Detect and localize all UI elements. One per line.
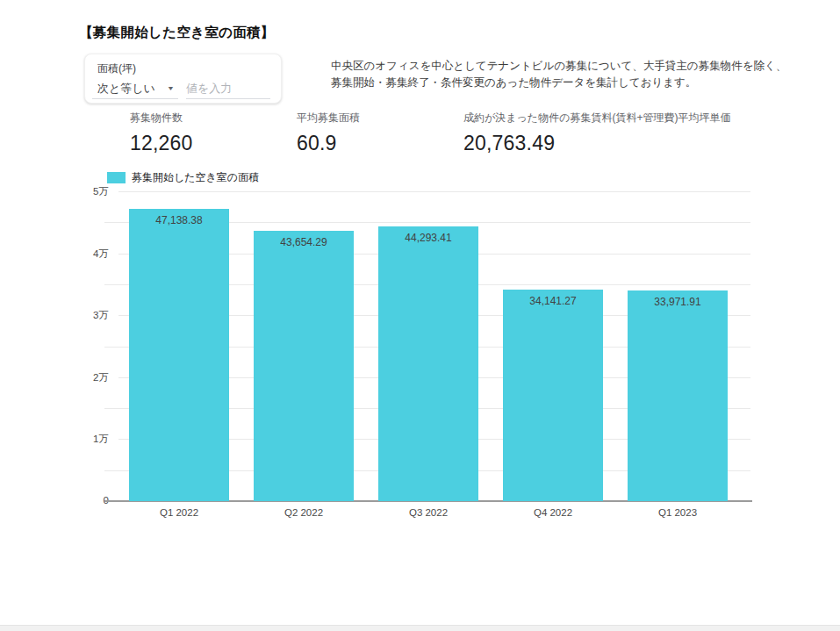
description-line-2: 募集開始・募集終了・条件変更のあった物件データを集計しております。 <box>331 75 787 91</box>
filter-operator-dropdown[interactable]: 次と等しい ▼ <box>92 78 178 99</box>
kpi-average-unit-price: 成約が決まった物件の募集賃料(賃料+管理費)平均坪単価 20,763.49 <box>463 111 730 155</box>
bar-value-label: 44,293.41 <box>378 232 478 244</box>
x-axis-label: Q2 2022 <box>254 507 354 518</box>
horizontal-scrollbar-track <box>0 625 840 631</box>
chevron-down-icon: ▼ <box>167 85 175 92</box>
page-title: 【募集開始した空き室の面積】 <box>79 24 275 42</box>
kpi-value: 12,260 <box>130 132 193 155</box>
kpi-average-area: 平均募集面積 60.9 <box>297 111 360 155</box>
legend-swatch-icon <box>107 172 126 183</box>
bar-value-label: 33,971.91 <box>628 296 728 308</box>
filter-field-label: 面積(坪) <box>97 61 136 76</box>
chart-bar[interactable] <box>503 290 603 501</box>
bar-value-label: 34,141.27 <box>503 295 603 307</box>
kpi-label: 募集物件数 <box>130 111 193 125</box>
y-axis-label: 1万 <box>70 433 109 446</box>
kpi-value: 20,763.49 <box>463 132 730 155</box>
report-description: 中央区のオフィスを中心としてテナントビルの募集について、大手貸主の募集物件を除く… <box>331 58 787 91</box>
chart-legend: 募集開始した空き室の面積 <box>107 170 259 185</box>
x-axis-label: Q1 2023 <box>628 507 728 518</box>
chart-bar[interactable] <box>254 231 354 501</box>
x-axis-label: Q3 2022 <box>378 507 478 518</box>
filter-operator-value: 次と等しい <box>97 81 155 97</box>
major-gridline <box>118 191 750 192</box>
filter-value-input[interactable] <box>186 78 270 99</box>
y-axis-label: 4万 <box>70 247 109 261</box>
x-axis-label: Q1 2022 <box>129 507 229 518</box>
kpi-value: 60.9 <box>297 132 360 155</box>
y-axis-label: 0 <box>70 495 109 506</box>
chart-bar[interactable] <box>378 226 478 501</box>
y-axis-label: 2万 <box>70 371 109 384</box>
kpi-label: 平均募集面積 <box>297 111 360 125</box>
y-axis-label: 5万 <box>70 185 109 198</box>
filter-card: 面積(坪) 次と等しい ▼ <box>84 54 282 104</box>
x-axis-label: Q4 2022 <box>503 507 603 518</box>
description-line-1: 中央区のオフィスを中心としてテナントビルの募集について、大手貸主の募集物件を除く… <box>331 58 787 75</box>
bar-chart: 1万2万3万4万5万047,138.38Q1 202243,654.29Q2 2… <box>70 184 772 531</box>
bar-value-label: 47,138.38 <box>129 214 229 226</box>
kpi-label: 成約が決まった物件の募集賃料(賃料+管理費)平均坪単価 <box>463 111 730 125</box>
chart-bar[interactable] <box>129 209 229 501</box>
y-axis-label: 3万 <box>70 309 109 322</box>
bar-value-label: 43,654.29 <box>254 236 354 248</box>
legend-label: 募集開始した空き室の面積 <box>132 170 259 185</box>
chart-bar[interactable] <box>628 290 728 501</box>
kpi-listing-count: 募集物件数 12,260 <box>130 111 193 155</box>
